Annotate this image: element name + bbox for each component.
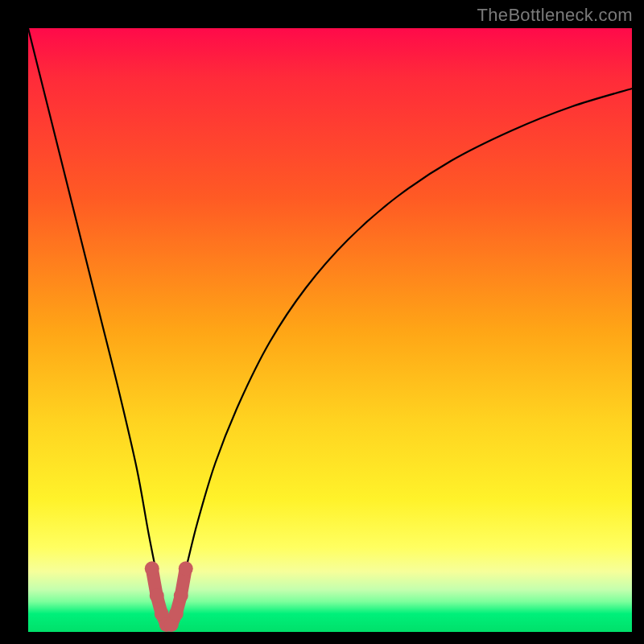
curve-layer [28,28,632,632]
bottom-marker-dot [179,561,193,576]
chart-frame: TheBottleneck.com [0,0,644,644]
bottom-marker-dot [169,607,184,621]
bottleneck-curve [28,28,632,626]
plot-area [28,28,632,632]
bottom-marker-dot [150,588,164,603]
bottom-marker-dot [174,588,188,603]
bottom-marker-group [145,561,193,632]
bottom-marker-dot [145,561,159,576]
watermark-text: TheBottleneck.com [477,5,633,26]
